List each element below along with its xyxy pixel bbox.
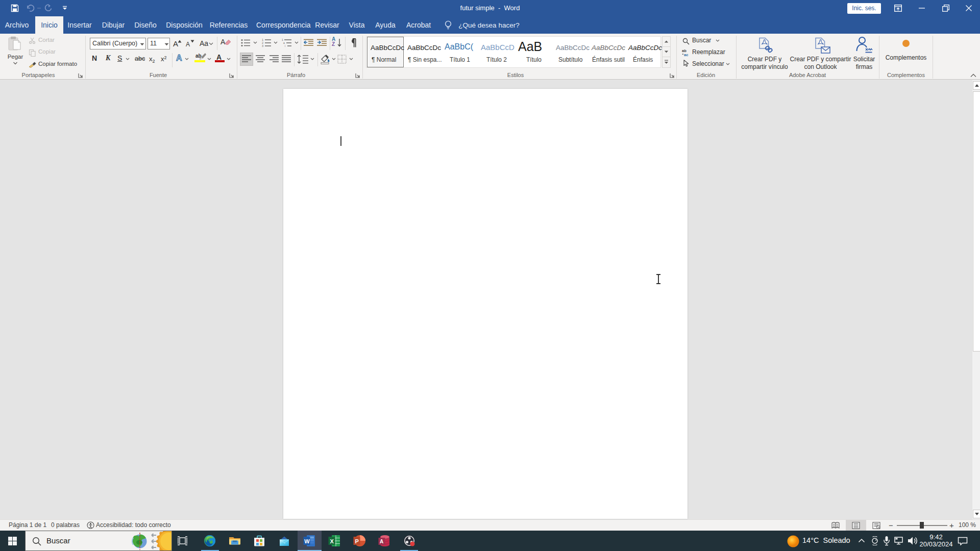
svg-text:i: i bbox=[285, 44, 285, 47]
svg-text:ac: ac bbox=[684, 53, 688, 57]
svg-text:3: 3 bbox=[262, 44, 263, 47]
svg-text:W: W bbox=[304, 538, 310, 544]
svg-text:X: X bbox=[330, 538, 334, 544]
svg-text:P: P bbox=[355, 538, 359, 544]
svg-text:A: A bbox=[380, 539, 383, 544]
